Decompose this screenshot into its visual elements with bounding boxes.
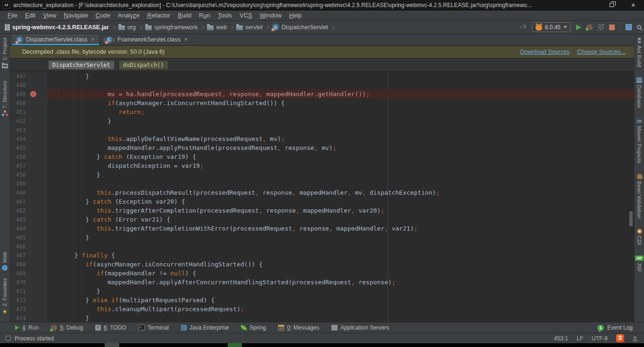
toolwindow-button-6-todo[interactable]: 6: TODO — [95, 324, 126, 331]
run-configuration-select[interactable]: 8.0.45 — [532, 22, 571, 32]
code-line[interactable]: } — [47, 314, 634, 322]
line-number[interactable]: 451 — [10, 109, 26, 116]
code-line[interactable]: mv = ha.handle(processedRequest, respons… — [47, 90, 634, 99]
toolwindow-button-0-messages[interactable]: 0: Messages — [278, 324, 319, 331]
close-button[interactable]: × — [622, 0, 644, 10]
code-line[interactable]: } catch (Exception var20) { — [47, 197, 634, 206]
breadcrumb-item-spring-webmvc-4.2.5.release.jar[interactable]: spring-webmvc-4.2.5.RELEASE.jar — [5, 24, 109, 31]
line-separator-indicator[interactable]: LF — [577, 335, 583, 342]
line-number[interactable]: 449 — [10, 91, 26, 98]
code-line[interactable]: } finally { — [47, 251, 634, 260]
stop-button[interactable] — [609, 25, 615, 30]
code-line[interactable]: this.cleanupMultipart(processedRequest); — [47, 305, 634, 314]
menu-view[interactable]: View — [39, 11, 60, 20]
project-structure-icon[interactable] — [626, 24, 632, 30]
line-number[interactable]: 469 — [10, 270, 26, 277]
toolwindow-button-5-debug[interactable]: 5: Debug — [51, 324, 83, 331]
breadcrumb-item-springframework[interactable]: springframework — [145, 24, 198, 31]
editor-scrollbar[interactable] — [628, 72, 634, 322]
menu-code[interactable]: Code — [92, 11, 114, 20]
download-sources-link[interactable]: Download Sources — [520, 49, 570, 55]
editor-tab-frameworkservlet-class[interactable]: (C)FrameworkServlet.class× — [99, 34, 192, 45]
breadcrumb-item-web[interactable]: web — [207, 24, 227, 31]
tool-button-cdi[interactable]: CDI — [636, 229, 642, 245]
line-number[interactable]: 467 — [10, 252, 26, 259]
code-line[interactable]: } else if(multipartRequestParsed) { — [47, 296, 634, 305]
code-editor[interactable]: 447448449✓450451452453454455456457458459… — [10, 72, 634, 322]
breadcrumb-item-servlet[interactable]: servlet — [236, 24, 263, 31]
line-number[interactable]: 460 — [10, 190, 26, 196]
code-line[interactable]: } catch (Error var21) { — [47, 215, 634, 224]
code-line[interactable]: } — [47, 116, 634, 125]
line-number[interactable]: 456 — [10, 154, 26, 160]
tool-button-database[interactable]: Database — [636, 77, 642, 108]
code-line[interactable]: if(asyncManager.isConcurrentHandlingStar… — [47, 99, 634, 107]
update-running-app-icon[interactable] — [520, 24, 527, 31]
gutter-icon-slot[interactable]: ✓ — [26, 91, 40, 97]
code-line[interactable]: mappedHandler.applyAfterConcurrentHandli… — [47, 278, 634, 287]
tool-button-1-project[interactable]: 1: Project — [2, 38, 8, 68]
breadcrumb-chip[interactable]: DispatcherServlet — [49, 61, 114, 69]
line-number[interactable]: 452 — [10, 118, 26, 124]
code-line[interactable]: dispatchException = var19; — [47, 161, 634, 170]
breadcrumb-chip[interactable]: doDispatch() — [119, 61, 168, 69]
code-line[interactable]: } catch (Exception var19) { — [47, 152, 634, 161]
code-line[interactable]: this.triggerAfterCompletionWithError(pro… — [47, 224, 634, 233]
line-number[interactable]: 468 — [10, 261, 26, 268]
line-number[interactable]: 448 — [10, 82, 26, 89]
line-number[interactable]: 470 — [10, 279, 26, 286]
breadcrumb-item-dispatcherservlet[interactable]: CDispatcherServlet — [272, 24, 328, 31]
code-line[interactable]: return; — [47, 107, 634, 116]
line-number[interactable]: 472 — [10, 297, 26, 304]
menu-edit[interactable]: Edit — [21, 11, 39, 20]
menu-window[interactable]: Window — [256, 11, 285, 20]
line-number[interactable]: 462 — [10, 207, 26, 214]
line-number[interactable]: 457 — [10, 163, 26, 169]
menu-vcs[interactable]: VCS — [236, 11, 256, 20]
code-line[interactable]: if(mappedHandler != null) { — [47, 269, 634, 278]
code-line[interactable]: this.triggerAfterCompletion(processedReq… — [47, 206, 634, 215]
line-number[interactable]: 450 — [10, 100, 26, 107]
editor-gutter[interactable]: 447448449✓450451452453454455456457458459… — [10, 72, 47, 322]
tool-button-jsf[interactable]: JSFJSF — [635, 256, 644, 272]
encoding-indicator[interactable]: UTF-8 — [592, 335, 608, 342]
line-number[interactable]: 466 — [10, 243, 26, 250]
code-line[interactable] — [47, 125, 634, 134]
search-everywhere-icon[interactable] — [637, 25, 641, 29]
tool-button-maven-projects[interactable]: mMaven Projects — [636, 118, 642, 163]
code-line[interactable]: } — [47, 170, 634, 179]
toolwindow-button-java-enterprise[interactable]: Java Enterprise — [181, 324, 229, 331]
menu-file[interactable]: File — [4, 11, 21, 20]
toolwindow-button-terminal[interactable]: >_Terminal — [139, 324, 169, 331]
line-number[interactable]: 454 — [10, 136, 26, 142]
menu-run[interactable]: Run — [195, 11, 214, 20]
tool-button-bean-validation[interactable]: Bean Validation — [636, 174, 642, 219]
menu-help[interactable]: Help — [285, 11, 305, 20]
code-line[interactable]: mappedHandler.applyPostHandle(processedR… — [47, 143, 634, 152]
code-line[interactable]: } — [47, 287, 634, 296]
breadcrumb-item-org[interactable]: org — [118, 24, 136, 31]
run-button[interactable] — [576, 25, 581, 30]
code-line[interactable]: if(asyncManager.isConcurrentHandlingStar… — [47, 260, 634, 269]
tool-button-2-favorites[interactable]: 2: Favorites★ — [2, 278, 8, 314]
line-number[interactable]: 453 — [10, 127, 26, 133]
code-area[interactable]: } mv = ha.handle(processedRequest, respo… — [47, 72, 634, 322]
menu-build[interactable]: Build — [174, 11, 195, 20]
code-line[interactable]: } — [47, 72, 634, 81]
menu-navigate[interactable]: Navigate — [60, 11, 91, 20]
tool-button-7-structure[interactable]: 7: Structure — [2, 81, 8, 116]
code-line[interactable] — [47, 81, 634, 90]
scrollbar-thumb[interactable] — [629, 211, 633, 226]
close-tab-icon[interactable]: × — [184, 36, 188, 43]
menu-analyze[interactable]: Analyze — [114, 11, 143, 20]
line-number[interactable]: 447 — [10, 73, 26, 80]
line-number[interactable]: 465 — [10, 234, 26, 241]
inspections-profile-icon[interactable] — [633, 336, 637, 341]
menu-tools[interactable]: Tools — [214, 11, 236, 20]
code-line[interactable] — [47, 179, 634, 188]
line-number[interactable]: 474 — [10, 315, 26, 322]
line-number[interactable]: 461 — [10, 198, 26, 205]
line-number[interactable]: 473 — [10, 306, 26, 313]
code-line[interactable] — [47, 242, 634, 251]
line-number[interactable]: 455 — [10, 145, 26, 151]
